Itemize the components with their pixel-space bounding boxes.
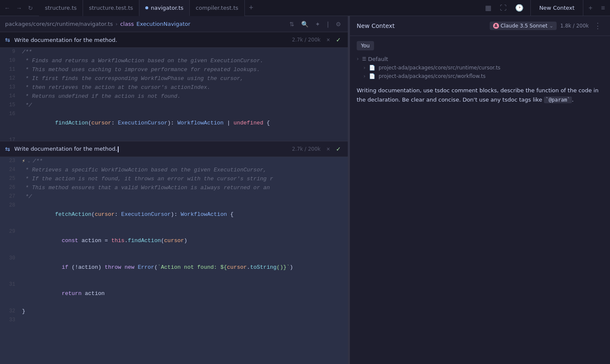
tab-label: structure.ts bbox=[45, 5, 77, 11]
file-chevron-icon-1: › bbox=[363, 65, 366, 71]
file-icon-1: 📄 bbox=[369, 65, 375, 71]
file-path-2: project-ada/packages/core/src/workflow.t… bbox=[379, 73, 485, 79]
code-line-31: 31 return action bbox=[0, 281, 348, 307]
file-icon-2: 📄 bbox=[369, 73, 375, 79]
breadcrumb-icon-settings[interactable]: ⚙ bbox=[334, 20, 343, 28]
code-line-27: 27 */ bbox=[0, 193, 348, 201]
new-context-tab[interactable]: New Context bbox=[530, 0, 583, 16]
breadcrumb-icon-search[interactable]: 🔍 bbox=[299, 20, 310, 28]
code-line-14: 14 * Returns undefined if the action is … bbox=[0, 92, 348, 101]
code-line-29: 29 const action = this.findAction(cursor… bbox=[0, 228, 348, 254]
file-item-2[interactable]: › 📄 project-ada/packages/core/src/workfl… bbox=[363, 73, 603, 79]
back-button[interactable]: ← bbox=[2, 3, 13, 13]
breadcrumb-class-keyword: class bbox=[120, 21, 134, 27]
default-context-item[interactable]: › ☰ Default bbox=[357, 55, 603, 62]
main-layout: packages/core/src/runtime/navigator.ts ›… bbox=[0, 16, 610, 364]
tab-modified-indicator bbox=[145, 6, 148, 9]
default-label: Default bbox=[368, 56, 388, 62]
right-header-actions: A Claude 3.5 Sonnet ⌄ 1.8k / 200k ⋮ bbox=[490, 20, 603, 31]
prompt-accept-2[interactable]: ✓ bbox=[334, 145, 343, 153]
cursor-blink bbox=[118, 146, 119, 152]
tab-label: compiler.test.ts bbox=[196, 5, 238, 11]
add-context-button[interactable]: + bbox=[583, 4, 597, 12]
inline-prompt-2: ⇆ Write documentation for the method. 2.… bbox=[0, 141, 348, 157]
tab-structure-ts[interactable]: structure.ts bbox=[39, 0, 83, 16]
prompt-token-count-2: 2.7k / 200k bbox=[292, 146, 321, 152]
code-section-2: 23 ⚡ ⌄ /** 24 * Retrieves a specific Wor… bbox=[0, 157, 348, 364]
code-line-16: 16 findAction(cursor: ExecutionCursor): … bbox=[0, 110, 348, 136]
code-line-13: 13 * then retrieves the action at the cu… bbox=[0, 83, 348, 92]
collapse-button[interactable]: ⌄ bbox=[27, 158, 31, 165]
breadcrumb-class-name: ExecutionNavigator bbox=[136, 21, 190, 27]
prompt-icon-1: ⇆ bbox=[5, 36, 10, 43]
you-label: You bbox=[357, 41, 374, 50]
ai-response-text: Writing documentation, use tsdoc comment… bbox=[357, 87, 599, 103]
right-panel-header: New Context A Claude 3.5 Sonnet ⌄ 1.8k /… bbox=[350, 16, 610, 36]
code-line-11: 11 * This method uses caching to improve… bbox=[0, 66, 348, 74]
breadcrumb-separator: › bbox=[115, 21, 117, 27]
prompt-text-1[interactable]: Write documentation for the method. bbox=[14, 37, 288, 43]
prompt-text-value-2: Write documentation for the method. bbox=[14, 146, 117, 152]
new-context-label: New Context bbox=[539, 5, 574, 11]
code-line-30: 30 if (!action) throw new Error(`Action … bbox=[0, 254, 348, 281]
chevron-down-icon: ⌄ bbox=[549, 23, 553, 29]
tab-label: structure.test.ts bbox=[89, 5, 133, 11]
right-panel: New Context A Claude 3.5 Sonnet ⌄ 1.8k /… bbox=[350, 16, 610, 364]
inline-prompt-1: ⇆ Write documentation for the method. 2.… bbox=[0, 32, 348, 48]
fullscreen-button[interactable]: ⛶ bbox=[496, 3, 510, 14]
code-inline-param: `@param` bbox=[544, 97, 572, 103]
prompt-accept-1[interactable]: ✓ bbox=[334, 36, 343, 44]
history-button[interactable]: 🕑 bbox=[512, 2, 527, 14]
token-count: 1.8k / 200k bbox=[560, 23, 589, 29]
code-line-24: 24 * Retrieves a specific WorkflowAction… bbox=[0, 166, 348, 175]
code-line-10: 10 * Finds and returns a WorkflowAction … bbox=[0, 57, 348, 66]
prompt-actions-1: × ✓ bbox=[325, 36, 343, 44]
prompt-actions-2: × ✓ bbox=[325, 145, 343, 153]
editor-panel: packages/core/src/runtime/navigator.ts ›… bbox=[0, 16, 348, 364]
file-chevron-icon-2: › bbox=[363, 73, 366, 79]
more-options-button[interactable]: ⋮ bbox=[592, 20, 603, 31]
code-line-12: 12 * It first finds the corresponding Wo… bbox=[0, 74, 348, 83]
tab-actions: ▦ ⛶ 🕑 bbox=[482, 2, 530, 14]
file-path-1: project-ada/packages/core/src/runtime/cu… bbox=[379, 65, 501, 71]
chat-content: You › ☰ Default › 📄 project-ada/packages… bbox=[350, 36, 610, 364]
code-line-33: 33 bbox=[0, 316, 348, 325]
prompt-icon-2: ⇆ bbox=[5, 146, 10, 152]
add-tab-button[interactable]: + bbox=[247, 0, 256, 16]
forward-button[interactable]: → bbox=[14, 3, 25, 13]
code-line-17: 17 return this.cached('action', cursor.t… bbox=[0, 136, 348, 141]
breadcrumb: packages/core/src/runtime/navigator.ts ›… bbox=[0, 16, 348, 32]
nav-buttons: ← → ↻ bbox=[2, 3, 36, 13]
right-panel-title: New Context bbox=[357, 22, 395, 29]
breadcrumb-icon-arrows[interactable]: ⇅ bbox=[288, 20, 296, 28]
code-line-25: 25 * If the action is not found, it thro… bbox=[0, 175, 348, 184]
code-line-32: 32 } bbox=[0, 307, 348, 316]
bars-icon: ☰ bbox=[362, 56, 366, 62]
breadcrumb-actions: ⇅ 🔍 ✦ | ⚙ bbox=[288, 20, 343, 28]
breadcrumb-icon-cursor[interactable]: | bbox=[325, 20, 331, 28]
breadcrumb-icon-sparkle[interactable]: ✦ bbox=[313, 20, 322, 28]
code-line-23: 23 ⚡ ⌄ /** bbox=[0, 157, 348, 166]
code-line-15: 15 */ bbox=[0, 101, 348, 110]
tabs: structure.ts structure.test.ts navigator… bbox=[39, 0, 482, 16]
model-selector[interactable]: A Claude 3.5 Sonnet ⌄ bbox=[490, 22, 557, 30]
prompt-text-2[interactable]: Write documentation for the method. bbox=[14, 146, 288, 152]
tab-label: navigator.ts bbox=[151, 5, 183, 11]
tab-bar: ← → ↻ structure.ts structure.test.ts nav… bbox=[0, 0, 610, 16]
tab-structure-test-ts[interactable]: structure.test.ts bbox=[83, 0, 139, 16]
tab-navigator-ts[interactable]: navigator.ts bbox=[139, 0, 190, 16]
file-item-1[interactable]: › 📄 project-ada/packages/core/src/runtim… bbox=[363, 65, 603, 71]
tab-compiler-test-ts[interactable]: compiler.test.ts bbox=[190, 0, 245, 16]
split-editor-button[interactable]: ▦ bbox=[482, 2, 495, 14]
ai-response: Writing documentation, use tsdoc comment… bbox=[357, 86, 603, 105]
refresh-button[interactable]: ↻ bbox=[25, 3, 36, 13]
prompt-close-2[interactable]: × bbox=[325, 145, 332, 153]
more-tabs-button[interactable]: ≡ bbox=[598, 3, 608, 14]
code-line-9: 9 /** bbox=[0, 48, 348, 57]
model-name: Claude 3.5 Sonnet bbox=[501, 23, 548, 29]
claude-icon: A bbox=[493, 23, 499, 29]
code-line-26: 26 * This method ensures that a valid Wo… bbox=[0, 184, 348, 193]
breadcrumb-path: packages/core/src/runtime/navigator.ts bbox=[5, 21, 113, 27]
context-chevron-icon: › bbox=[357, 56, 359, 62]
prompt-close-1[interactable]: × bbox=[325, 36, 332, 44]
